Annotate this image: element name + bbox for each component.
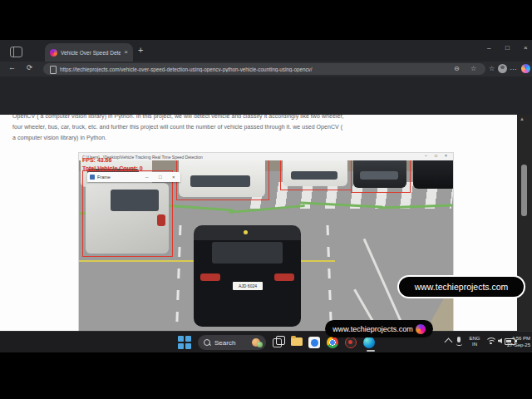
active-app-indicator: [367, 350, 375, 352]
video-frame: Vehicle Over Speed Detection usi × + – □…: [0, 0, 532, 399]
video-watermark-text: www.techieprojects.com: [415, 282, 509, 292]
frame-maximize-icon: □: [159, 175, 162, 180]
copilot-icon[interactable]: [521, 64, 530, 73]
browser-tab[interactable]: Vehicle Over Speed Detection usi ×: [45, 43, 133, 62]
tab-strip: Vehicle Over Speed Detection usi × + – □…: [0, 40, 532, 62]
task-view-icon[interactable]: [271, 335, 285, 349]
collections-icon[interactable]: ☆: [489, 66, 495, 72]
article-paragraph-line: OpenCV ( a computer vision library) in P…: [12, 115, 343, 119]
tray-time: 4:56 PM: [495, 336, 530, 342]
scrollbar-thumb[interactable]: [521, 165, 527, 216]
search-label: Search: [214, 339, 248, 347]
frame-window-icon: [90, 175, 95, 180]
letterbox-bottom: [0, 352, 532, 399]
refresh-button[interactable]: ⟳: [27, 64, 32, 71]
new-tab-button[interactable]: +: [138, 46, 143, 55]
windows-logo-icon: [178, 336, 190, 349]
video-watermark-pill: www.techieprojects.com: [397, 275, 525, 298]
url-text[interactable]: https://techieprojects.com/vehicle-over-…: [60, 66, 459, 72]
opencv-minimize-icon: –: [425, 154, 427, 158]
frame-window-title: Frame: [97, 175, 111, 180]
watermark-pill: www.techieprojects.com: [325, 320, 433, 337]
frame-window-titlebar: Frame – □ ×: [87, 172, 180, 182]
frame-close-icon: ×: [172, 175, 175, 180]
opencv-window-titlebar: C:\Users\...\Desktop\Vehicle Tracking Re…: [79, 153, 453, 160]
scrollbar-up-icon[interactable]: ▲: [520, 116, 525, 121]
browser-toolbar: ← ⟳ https://techieprojects.com/vehicle-o…: [0, 62, 532, 76]
vehicle-count-overlay-text: Total Vehicle Count: 0: [82, 165, 143, 171]
taskbar-search[interactable]: Search: [198, 335, 266, 350]
window-minimize-button[interactable]: –: [487, 45, 490, 52]
microphone-tray-icon[interactable]: [457, 337, 461, 342]
opencv-maximize-icon: □: [435, 154, 437, 158]
start-button[interactable]: [177, 335, 191, 349]
back-button[interactable]: ←: [8, 64, 16, 71]
profile-avatar[interactable]: [498, 64, 507, 73]
search-icon: [204, 339, 210, 346]
language-line1: ENG: [466, 336, 483, 342]
watermark-text: www.techieprojects.com: [332, 325, 413, 333]
file-explorer-icon[interactable]: [289, 335, 303, 349]
windows-taskbar: Search ENG IN 4:56 PM 27-Sep-25: [0, 331, 532, 352]
letterbox-top: [0, 0, 532, 40]
language-line2: IN: [466, 342, 483, 347]
article-paragraph-line: four wheeler, bus, car, truck, etc. and …: [12, 124, 342, 130]
menu-ellipsis-icon[interactable]: …: [510, 64, 517, 71]
tab-layout-icon[interactable]: [10, 47, 22, 57]
address-bar[interactable]: https://techieprojects.com/vehicle-over-…: [43, 63, 485, 75]
frame-minimize-icon: –: [145, 175, 148, 180]
browser-window: Vehicle Over Speed Detection usi × + – □…: [0, 40, 532, 331]
fps-overlay-text: FPS: 43.66: [82, 157, 111, 163]
lane-dash-line: [175, 225, 182, 343]
tray-chevron-icon[interactable]: [445, 338, 453, 347]
window-maximize-button[interactable]: □: [505, 45, 510, 52]
traffic-scene: AJD 6024 FPS: 43.66 Total Vehicle Count:…: [79, 160, 453, 343]
article-paragraph-line: a computer vision library) in Python.: [12, 135, 106, 140]
tray-date: 27-Sep-25: [495, 342, 530, 349]
language-indicator[interactable]: ENG IN: [466, 336, 483, 347]
site-favicon-icon: [50, 49, 57, 57]
opencv-close-icon: ×: [445, 154, 447, 158]
app-icon-blue-circle[interactable]: [308, 335, 322, 349]
watermark-logo-icon: [416, 324, 426, 334]
detection-bbox: [82, 170, 173, 257]
vehicle-black-suv: AJD 6024: [194, 225, 301, 327]
wifi-icon[interactable]: [485, 337, 495, 346]
tab-close-icon[interactable]: ×: [124, 49, 128, 56]
tracking-marker-dot: [244, 230, 248, 234]
window-close-button[interactable]: ×: [524, 45, 528, 52]
search-highlight-icon: [252, 338, 260, 347]
tab-title: Vehicle Over Speed Detection usi: [61, 50, 121, 56]
demo-screenshot-image: C:\Users\...\Desktop\Vehicle Tracking Re…: [79, 153, 453, 343]
license-plate: AJD 6024: [233, 282, 263, 290]
site-info-icon[interactable]: [50, 66, 57, 74]
tray-clock[interactable]: 4:56 PM 27-Sep-25: [495, 336, 530, 348]
favorite-star-icon[interactable]: ☆: [470, 66, 476, 72]
reader-mode-icon[interactable]: ⊖: [454, 66, 460, 72]
